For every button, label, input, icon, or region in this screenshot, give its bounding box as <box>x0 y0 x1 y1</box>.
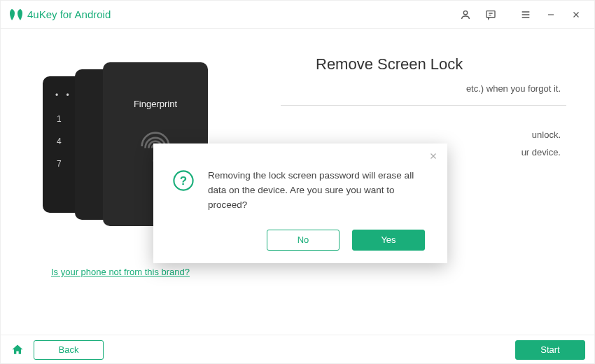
footer-bar: Back Start <box>0 335 595 364</box>
bullet-fragment: unlock. <box>281 127 561 144</box>
svg-point-0 <box>463 10 467 14</box>
home-icon[interactable] <box>10 342 25 358</box>
brand-link[interactable]: Is your phone not from this brand? <box>51 267 190 277</box>
titlebar-tools <box>456 5 500 24</box>
no-button[interactable]: No <box>267 230 340 251</box>
yes-button[interactable]: Yes <box>352 230 425 251</box>
title-bar: 4uKey for Android <box>1 1 594 29</box>
description-fragment: etc.) when you forgot it. <box>466 83 561 94</box>
pin-dots-icon: • • <box>55 90 72 100</box>
dialog-close-icon[interactable] <box>426 149 440 163</box>
svg-rect-1 <box>486 10 495 17</box>
back-button[interactable]: Back <box>34 340 104 360</box>
question-icon: ? <box>172 169 195 195</box>
menu-icon[interactable] <box>516 5 536 24</box>
dialog-message: Removing the lock screen password will e… <box>208 169 429 213</box>
minimize-icon[interactable] <box>541 5 561 24</box>
app-logo: 4uKey for Android <box>9 8 111 22</box>
app-title: 4uKey for Android <box>27 8 111 20</box>
close-icon[interactable] <box>566 5 586 24</box>
start-button[interactable]: Start <box>515 340 585 360</box>
window-controls <box>516 5 586 24</box>
account-icon[interactable] <box>456 5 475 24</box>
fingerprint-label: Fingerprint <box>134 99 177 109</box>
main-content: • • 1 4 7 Fingerprint <box>1 29 594 335</box>
svg-text:?: ? <box>180 174 187 188</box>
divider <box>281 105 566 106</box>
feedback-icon[interactable] <box>481 5 500 24</box>
logo-icon <box>9 8 23 22</box>
confirm-dialog: ? Removing the lock screen password will… <box>153 144 447 263</box>
page-title: Remove Screen Lock <box>316 55 566 74</box>
